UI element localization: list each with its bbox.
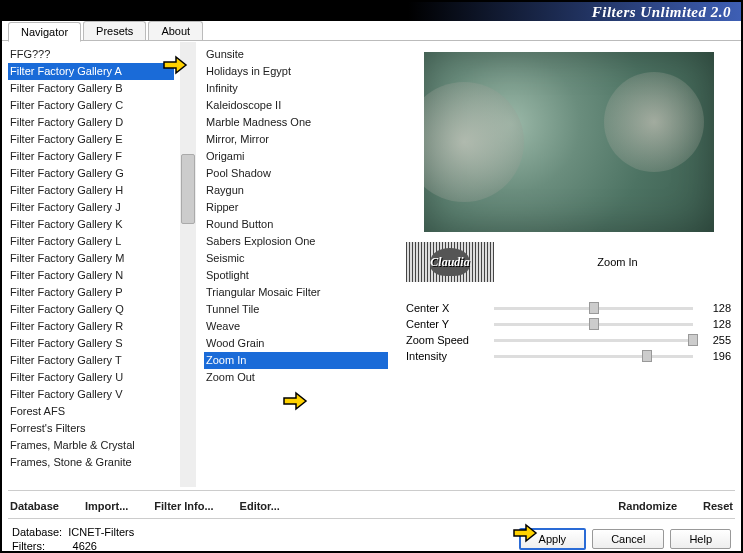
list-item[interactable]: Zoom In xyxy=(204,352,388,369)
app-title: Filters Unlimited 2.0 xyxy=(592,4,731,21)
list-item[interactable]: Sabers Explosion One xyxy=(204,233,388,250)
slider-knob[interactable] xyxy=(589,318,599,330)
list-item[interactable]: Filter Factory Gallery M xyxy=(8,250,174,267)
preview-panel: Claudia Zoom In Center X128Center Y128Zo… xyxy=(396,42,741,487)
list-item[interactable]: Marble Madness One xyxy=(204,114,388,131)
slider-knob[interactable] xyxy=(642,350,652,362)
list-item[interactable]: Wood Grain xyxy=(204,335,388,352)
param-slider[interactable] xyxy=(494,307,693,310)
cancel-button[interactable]: Cancel xyxy=(592,529,664,549)
db-value: ICNET-Filters xyxy=(68,526,134,538)
param-label: Intensity xyxy=(406,350,486,362)
list-item[interactable]: Ripper xyxy=(204,199,388,216)
editor-button[interactable]: Editor... xyxy=(240,500,280,512)
category-list[interactable]: FFG???Filter Factory Gallery AFilter Fac… xyxy=(2,42,180,487)
param-label: Zoom Speed xyxy=(406,334,486,346)
param-value: 255 xyxy=(701,334,731,346)
list-item[interactable]: Round Button xyxy=(204,216,388,233)
list-item[interactable]: Filter Factory Gallery C xyxy=(8,97,174,114)
tab-presets[interactable]: Presets xyxy=(83,21,146,40)
footer: Database: ICNET-Filters Filters: 4626 Ap… xyxy=(2,519,741,553)
scrollbar-thumb[interactable] xyxy=(181,154,195,224)
list-item[interactable]: Holidays in Egypt xyxy=(204,63,388,80)
list-item[interactable]: Spotlight xyxy=(204,267,388,284)
param-value: 128 xyxy=(701,302,731,314)
list-item[interactable]: Zoom Out xyxy=(204,369,388,386)
selected-filter-name: Zoom In xyxy=(504,256,731,268)
import-button[interactable]: Import... xyxy=(85,500,128,512)
annotation-pointer-icon xyxy=(282,390,310,412)
list-item[interactable]: Filter Factory Gallery L xyxy=(8,233,174,250)
param-value: 128 xyxy=(701,318,731,330)
database-button[interactable]: Database xyxy=(10,500,59,512)
list-item[interactable]: Raygun xyxy=(204,182,388,199)
list-item[interactable]: Filter Factory Gallery H xyxy=(8,182,174,199)
preview-image xyxy=(424,52,714,232)
filter-title-row: Claudia Zoom In xyxy=(406,242,731,282)
list-item[interactable]: Weave xyxy=(204,318,388,335)
list-item[interactable]: Infinity xyxy=(204,80,388,97)
db-label: Database: xyxy=(12,526,62,538)
param-row: Intensity196 xyxy=(406,348,731,364)
list-item[interactable]: Forest AFS xyxy=(8,403,174,420)
category-list-panel: FFG???Filter Factory Gallery AFilter Fac… xyxy=(2,42,196,487)
list-item[interactable]: Filter Factory Gallery T xyxy=(8,352,174,369)
reset-button[interactable]: Reset xyxy=(703,500,733,512)
list-item[interactable]: Tunnel Tile xyxy=(204,301,388,318)
list-item[interactable]: Filter Factory Gallery F xyxy=(8,148,174,165)
list-item[interactable]: Filter Factory Gallery J xyxy=(8,199,174,216)
list-item[interactable]: Triangular Mosaic Filter xyxy=(204,284,388,301)
footer-info: Database: ICNET-Filters Filters: 4626 xyxy=(12,525,134,553)
param-value: 196 xyxy=(701,350,731,362)
list-item[interactable]: Filter Factory Gallery R xyxy=(8,318,174,335)
main-content: FFG???Filter Factory Gallery AFilter Fac… xyxy=(2,42,741,487)
watermark-logo: Claudia xyxy=(406,242,494,282)
list-item[interactable]: Forrest's Filters xyxy=(8,420,174,437)
param-label: Center Y xyxy=(406,318,486,330)
param-row: Center Y128 xyxy=(406,316,731,332)
filter-info-button[interactable]: Filter Info... xyxy=(154,500,213,512)
list-item[interactable]: Origami xyxy=(204,148,388,165)
list-item[interactable]: Filter Factory Gallery E xyxy=(8,131,174,148)
list-item[interactable]: Filter Factory Gallery Q xyxy=(8,301,174,318)
slider-knob[interactable] xyxy=(589,302,599,314)
list-item[interactable]: Seismic xyxy=(204,250,388,267)
param-slider[interactable] xyxy=(494,323,693,326)
randomize-button[interactable]: Randomize xyxy=(618,500,677,512)
toolbar-row: Database Import... Filter Info... Editor… xyxy=(2,494,741,518)
list-item[interactable]: Filter Factory Gallery D xyxy=(8,114,174,131)
help-button[interactable]: Help xyxy=(670,529,731,549)
filter-list[interactable]: GunsiteHolidays in EgyptInfinityKaleidos… xyxy=(196,42,396,487)
filters-count-label: Filters: xyxy=(12,540,45,552)
annotation-pointer-icon xyxy=(162,54,190,76)
filters-count-value: 4626 xyxy=(73,540,97,552)
list-item[interactable]: Filter Factory Gallery P xyxy=(8,284,174,301)
param-label: Center X xyxy=(406,302,486,314)
annotation-pointer-icon xyxy=(512,522,540,544)
list-item[interactable]: Filter Factory Gallery A xyxy=(8,63,174,80)
tab-navigator[interactable]: Navigator xyxy=(8,22,81,42)
slider-knob[interactable] xyxy=(688,334,698,346)
tab-about[interactable]: About xyxy=(148,21,203,40)
list-item[interactable]: Frames, Marble & Crystal xyxy=(8,437,174,454)
list-item[interactable]: Filter Factory Gallery G xyxy=(8,165,174,182)
param-slider[interactable] xyxy=(494,355,693,358)
parameter-list: Center X128Center Y128Zoom Speed255Inten… xyxy=(406,300,731,364)
category-scrollbar[interactable] xyxy=(180,42,196,487)
list-item[interactable]: Filter Factory Gallery U xyxy=(8,369,174,386)
list-item[interactable]: Filter Factory Gallery B xyxy=(8,80,174,97)
list-item[interactable]: Frames, Stone & Granite xyxy=(8,454,174,471)
list-item[interactable]: Filter Factory Gallery N xyxy=(8,267,174,284)
list-item[interactable]: Pool Shadow xyxy=(204,165,388,182)
list-item[interactable]: Filter Factory Gallery V xyxy=(8,386,174,403)
divider xyxy=(8,490,735,491)
list-item[interactable]: Gunsite xyxy=(204,46,388,63)
list-item[interactable]: Filter Factory Gallery S xyxy=(8,335,174,352)
tab-strip: Navigator Presets About xyxy=(2,21,741,41)
list-item[interactable]: Mirror, Mirror xyxy=(204,131,388,148)
list-item[interactable]: FFG??? xyxy=(8,46,174,63)
list-item[interactable]: Filter Factory Gallery K xyxy=(8,216,174,233)
title-bar: Filters Unlimited 2.0 xyxy=(2,2,741,22)
list-item[interactable]: Kaleidoscope II xyxy=(204,97,388,114)
param-slider[interactable] xyxy=(494,339,693,342)
